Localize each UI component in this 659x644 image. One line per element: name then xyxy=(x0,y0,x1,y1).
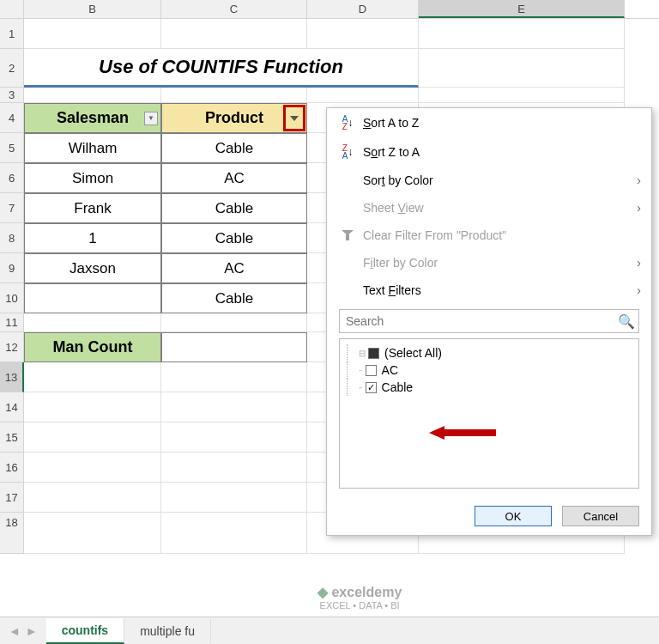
column-header-C[interactable]: C xyxy=(161,0,307,18)
sort-z-to-a[interactable]: ZA↓Sort Z to A xyxy=(327,137,651,167)
row-header[interactable]: 13 xyxy=(0,362,24,392)
cell[interactable] xyxy=(24,483,161,513)
row-header[interactable]: 2 xyxy=(0,49,24,88)
cell-product[interactable]: Cable xyxy=(161,133,307,163)
cell[interactable] xyxy=(161,19,307,49)
tab-prev-icon[interactable]: ◄ xyxy=(9,624,21,638)
sheet-view: Sheet View› xyxy=(327,194,651,222)
funnel-icon xyxy=(337,230,358,240)
cell[interactable] xyxy=(161,513,307,554)
cell[interactable] xyxy=(161,392,307,422)
man-count-label[interactable]: Man Count xyxy=(24,332,161,362)
watermark: ◆ exceldemy EXCEL • DATA • BI xyxy=(317,584,402,611)
filter-item-select-all[interactable]: ⊟(Select All) xyxy=(343,344,635,361)
cell[interactable] xyxy=(24,422,161,453)
filter-search-input[interactable] xyxy=(343,312,618,331)
cell[interactable] xyxy=(419,19,625,49)
cell-product[interactable]: AC xyxy=(161,163,307,193)
filter-item-ac[interactable]: ··AC xyxy=(343,361,635,379)
cell[interactable] xyxy=(161,362,307,392)
sheet-tab-multiple[interactable]: multiple fu xyxy=(124,619,211,643)
cell[interactable] xyxy=(307,88,419,103)
checkbox-icon[interactable] xyxy=(366,382,377,393)
clear-filter: Clear Filter From "Product" xyxy=(327,222,651,249)
filter-item-label: (Select All) xyxy=(384,346,442,360)
filter-by-color: Filter by Color› xyxy=(327,249,651,276)
cell[interactable] xyxy=(161,453,307,483)
cell[interactable] xyxy=(24,513,161,554)
row-header[interactable]: 8 xyxy=(0,223,24,253)
column-header-B[interactable]: B xyxy=(24,0,161,18)
title-cell[interactable]: Use of COUNTIFS Function xyxy=(24,49,419,88)
select-all-corner[interactable] xyxy=(0,0,24,18)
cell-salesman[interactable]: Jaxson xyxy=(24,253,161,283)
header-label: Salesman xyxy=(57,109,129,127)
sort-by-color[interactable]: Sort by Color› xyxy=(327,167,651,194)
row-header[interactable]: 16 xyxy=(0,453,24,483)
cell[interactable] xyxy=(24,19,161,49)
column-header-E[interactable]: E xyxy=(419,0,625,18)
cell[interactable] xyxy=(161,313,307,332)
text-filters[interactable]: Text Filters› xyxy=(327,276,651,304)
cell-salesman[interactable]: 1 xyxy=(24,223,161,253)
row-header[interactable]: 10 xyxy=(0,283,24,313)
sheet-tabs-bar: ◄► countifs multiple fu xyxy=(0,617,659,644)
filter-item-cable[interactable]: ··Cable xyxy=(343,379,635,396)
ok-button[interactable]: OK xyxy=(475,506,552,526)
tab-nav[interactable]: ◄► xyxy=(0,624,46,638)
row-header[interactable]: 11 xyxy=(0,313,24,332)
cancel-button[interactable]: Cancel xyxy=(562,506,639,526)
row-header[interactable]: 5 xyxy=(0,133,24,163)
cell-salesman[interactable] xyxy=(24,283,161,313)
row-header[interactable]: 18 xyxy=(0,513,24,554)
cell[interactable] xyxy=(24,392,161,422)
cell-salesman[interactable]: Wilham xyxy=(24,133,161,163)
cell[interactable] xyxy=(161,422,307,453)
cell[interactable] xyxy=(24,362,161,392)
cell[interactable] xyxy=(161,88,307,103)
cell-product[interactable]: Cable xyxy=(161,283,307,313)
chevron-right-icon: › xyxy=(637,256,641,270)
header-salesman[interactable]: Salesman▼ xyxy=(24,103,161,133)
cell-product[interactable]: Cable xyxy=(161,223,307,253)
row-header[interactable]: 4 xyxy=(0,103,24,133)
cell-salesman[interactable]: Simon xyxy=(24,163,161,193)
cell[interactable] xyxy=(419,88,625,103)
sheet-tab-countifs[interactable]: countifs xyxy=(46,618,124,644)
cell-salesman[interactable]: Frank xyxy=(24,193,161,223)
cell[interactable] xyxy=(161,483,307,513)
cell[interactable] xyxy=(24,453,161,483)
cell[interactable] xyxy=(24,313,161,332)
row-headers: 1 2 3 4 5 6 7 8 9 10 11 12 13 14 15 16 1… xyxy=(0,19,24,554)
cell-product[interactable]: AC xyxy=(161,253,307,283)
row-header[interactable]: 12 xyxy=(0,332,24,362)
row-header[interactable]: 1 xyxy=(0,19,24,49)
filter-dropdown-icon[interactable]: ▼ xyxy=(144,112,158,125)
man-count-value[interactable] xyxy=(161,332,307,362)
filter-dropdown-highlighted[interactable] xyxy=(283,105,305,131)
row-header[interactable]: 7 xyxy=(0,193,24,223)
row-header[interactable]: 14 xyxy=(0,392,24,422)
row-header[interactable]: 15 xyxy=(0,422,24,453)
sort-za-icon: ZA↓ xyxy=(337,144,358,160)
row-header[interactable]: 17 xyxy=(0,483,24,513)
tab-next-icon[interactable]: ► xyxy=(26,624,38,638)
cell-product[interactable]: Cable xyxy=(161,193,307,223)
row-header[interactable]: 9 xyxy=(0,253,24,283)
filter-search[interactable]: 🔍 xyxy=(339,309,639,333)
row-header[interactable]: 3 xyxy=(0,88,24,103)
header-product[interactable]: Product xyxy=(161,103,307,133)
chevron-right-icon: › xyxy=(637,201,641,215)
filter-values-list: ⊟(Select All) ··AC ··Cable xyxy=(339,338,639,489)
cell[interactable] xyxy=(307,19,419,49)
row-header[interactable]: 6 xyxy=(0,163,24,193)
sort-a-to-z[interactable]: AZ↓SSort A to Zort A to Z xyxy=(327,108,651,137)
cell[interactable] xyxy=(419,49,625,88)
checkbox-icon[interactable] xyxy=(368,348,379,359)
column-header-D[interactable]: D xyxy=(307,0,419,18)
checkbox-icon[interactable] xyxy=(366,365,377,376)
chevron-right-icon: › xyxy=(637,173,641,187)
cell[interactable] xyxy=(24,88,161,103)
column-headers-row: B C D E xyxy=(0,0,659,19)
search-icon: 🔍 xyxy=(618,313,635,330)
